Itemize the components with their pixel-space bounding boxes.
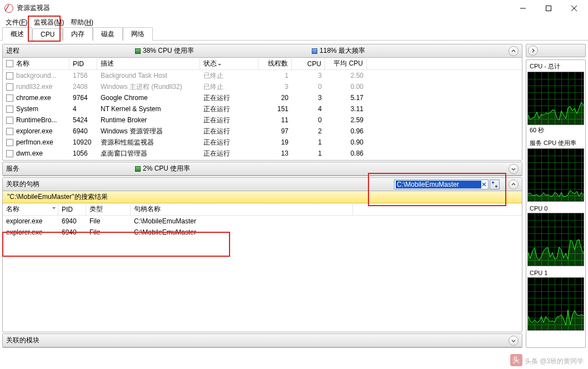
- modules-header[interactable]: 关联的模块: [3, 334, 522, 347]
- charts-header: [526, 44, 586, 57]
- handle-row[interactable]: explorer.exe6940FileC:\MobileEmuMaster: [3, 227, 522, 238]
- processes-columns: 名称 PID 描述 状态 线程数 CPU 平均 CPU: [3, 58, 522, 70]
- col-htype[interactable]: 类型: [86, 203, 131, 216]
- tabbar: 概述 CPU 内存 磁盘 网络: [0, 28, 588, 41]
- menubar: 文件(F) 监视器(M) 帮助(H): [0, 17, 588, 28]
- search-results-bar: "C:\MobileEmuMaster"的搜索结果: [3, 191, 522, 203]
- sort-arrow-icon: [218, 64, 221, 67]
- process-row[interactable]: System4NT Kernel & System正在运行15143.11: [3, 103, 522, 114]
- charts-toggle[interactable]: [528, 46, 538, 56]
- tab-disk[interactable]: 磁盘: [93, 27, 123, 41]
- col-hhname[interactable]: 句柄名称: [131, 203, 353, 216]
- checkbox[interactable]: [6, 150, 13, 157]
- app-icon: [4, 4, 13, 13]
- maximize-button[interactable]: [536, 0, 561, 17]
- tab-cpu[interactable]: CPU: [32, 28, 63, 41]
- services-stat: 2% CPU 使用率: [135, 164, 190, 173]
- handles-columns: 名称 PID 类型 句柄名称: [3, 203, 522, 216]
- handles-rows: explorer.exe6940FileC:\MobileEmuMasterex…: [3, 216, 522, 332]
- processes-panel: 进程 38% CPU 使用率 118% 最大频率 名称 PID 描述 状态 线程…: [2, 44, 522, 161]
- services-header[interactable]: 服务 2% CPU 使用率: [3, 162, 522, 176]
- col-cpu[interactable]: CPU: [292, 58, 325, 69]
- modules-panel: 关联的模块: [2, 333, 522, 348]
- process-row[interactable]: rundll32.exe2408Windows 主进程 (Rundll32)已终…: [3, 81, 522, 92]
- square-green-icon: [135, 166, 141, 172]
- process-row[interactable]: dwm.exe1056桌面窗口管理器正在运行1310.86: [3, 148, 522, 159]
- process-row[interactable]: background...1756Background Task Host已终止…: [3, 70, 522, 81]
- modules-title: 关联的模块: [6, 336, 39, 345]
- col-hname[interactable]: 名称: [3, 203, 58, 216]
- chart-cpu-service: [527, 148, 584, 202]
- processes-header[interactable]: 进程 38% CPU 使用率 118% 最大频率: [3, 44, 522, 58]
- charts-pane: CPU - 总计 60 秒 服务 CPU 使用率 CPU 0 CPU 1: [526, 44, 586, 348]
- checkbox[interactable]: [6, 60, 13, 67]
- handles-title: 关联的句柄: [6, 179, 39, 189]
- handles-header[interactable]: 关联的句柄 ✕: [3, 178, 522, 191]
- chart-label-60s: 60 秒: [527, 125, 584, 136]
- col-name[interactable]: 名称: [3, 57, 69, 70]
- titlebar: 资源监视器: [0, 0, 588, 17]
- col-threads[interactable]: 线程数: [258, 57, 292, 70]
- menu-help[interactable]: 帮助(H): [67, 17, 97, 28]
- expand-button[interactable]: [509, 336, 519, 346]
- process-row[interactable]: chrome.exe9764Google Chrome正在运行2035.17: [3, 92, 522, 103]
- window-controls: [510, 0, 587, 17]
- chart-label-service: 服务 CPU 使用率: [527, 138, 584, 148]
- chart-cpu-total: [527, 72, 584, 125]
- expand-button[interactable]: [509, 164, 519, 174]
- handles-search-input[interactable]: [396, 181, 481, 188]
- cpu-usage-stat: 38% CPU 使用率: [135, 46, 194, 56]
- menu-monitor[interactable]: 监视器(M): [31, 17, 67, 28]
- checkbox[interactable]: [6, 139, 13, 146]
- handles-panel: 关联的句柄 ✕ "C:\MobileEmuMaster"的搜索结果 名称 PID…: [2, 177, 522, 332]
- square-green-icon: [135, 48, 141, 54]
- collapse-button[interactable]: [509, 46, 519, 56]
- col-avgcpu[interactable]: 平均 CPU: [325, 57, 367, 70]
- close-button[interactable]: [561, 0, 587, 17]
- clear-icon[interactable]: ✕: [481, 181, 487, 188]
- chart-label-cpu0: CPU 0: [527, 204, 584, 213]
- chart-cpu1: [527, 277, 584, 331]
- col-pid[interactable]: PID: [69, 58, 97, 69]
- col-hpid[interactable]: PID: [58, 204, 86, 215]
- chart-label-cpu1: CPU 1: [527, 268, 584, 277]
- tab-overview[interactable]: 概述: [2, 27, 32, 41]
- col-desc[interactable]: 描述: [97, 57, 200, 70]
- checkbox[interactable]: [6, 83, 13, 91]
- process-row[interactable]: perfmon.exe10920资源和性能监视器正在运行1910.90: [3, 137, 522, 148]
- max-freq-stat: 118% 最大频率: [312, 46, 365, 56]
- menu-file[interactable]: 文件(F): [2, 17, 31, 28]
- search-wrap: ✕: [394, 179, 500, 190]
- charts-body: CPU - 总计 60 秒 服务 CPU 使用率 CPU 0 CPU 1: [526, 59, 586, 348]
- tab-memory[interactable]: 内存: [63, 27, 93, 41]
- checkbox[interactable]: [6, 72, 13, 79]
- col-status[interactable]: 状态: [200, 57, 258, 70]
- handle-row[interactable]: explorer.exe6940FileC:\MobileEmuMaster: [3, 216, 522, 227]
- handles-search[interactable]: ✕: [394, 179, 489, 190]
- services-panel: 服务 2% CPU 使用率: [2, 162, 522, 176]
- checkbox[interactable]: [6, 117, 13, 124]
- processes-title: 进程: [6, 46, 39, 56]
- collapse-button[interactable]: [509, 179, 519, 190]
- square-blue-icon: [312, 48, 317, 54]
- tab-network[interactable]: 网络: [123, 27, 153, 41]
- services-title: 服务: [6, 164, 39, 173]
- watermark: 头头条 @3班的黄同学: [510, 352, 584, 367]
- svg-rect-1: [546, 6, 551, 11]
- checkbox[interactable]: [6, 94, 13, 102]
- process-row[interactable]: RuntimeBro...5424Runtime Broker正在运行1102.…: [3, 114, 522, 126]
- minimize-button[interactable]: [510, 0, 536, 17]
- processes-rows: background...1756Background Task Host已终止…: [3, 70, 522, 160]
- chart-label-total: CPU - 总计: [527, 61, 584, 72]
- checkbox[interactable]: [6, 106, 13, 113]
- search-button[interactable]: [490, 179, 500, 190]
- window-title: 资源监视器: [17, 3, 510, 13]
- process-row[interactable]: explorer.exe6940Windows 资源管理器正在运行9720.96: [3, 126, 522, 137]
- chart-cpu0: [527, 213, 584, 266]
- checkbox[interactable]: [6, 128, 13, 135]
